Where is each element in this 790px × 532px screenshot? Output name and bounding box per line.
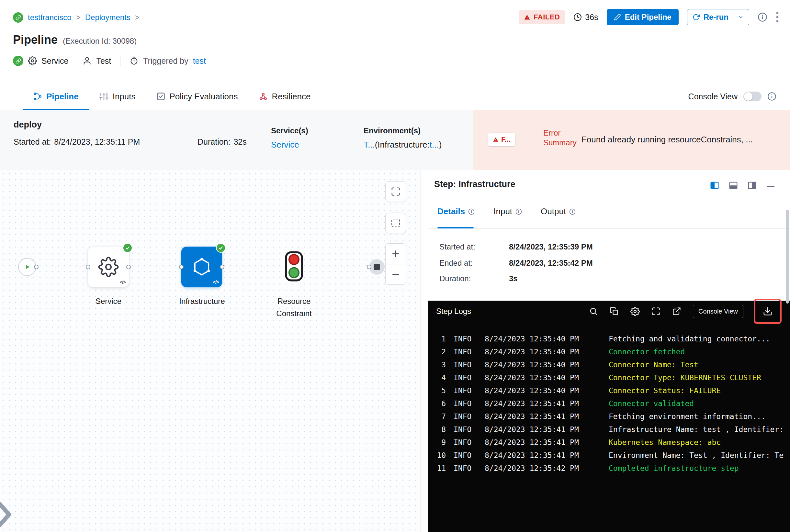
log-line: 4 INFO 8/24/2023 12:35:40 PM Connector T…	[433, 371, 790, 384]
tab-pipeline[interactable]: Pipeline	[23, 83, 89, 110]
info-icon	[468, 208, 475, 215]
log-line: 10 INFO 8/24/2023 12:35:41 PM Environmen…	[433, 449, 790, 462]
warning-icon	[524, 14, 530, 20]
log-console-view-button[interactable]: Console View	[693, 305, 743, 318]
environment-link[interactable]: T...	[364, 140, 375, 150]
zoom-out-button[interactable]	[386, 264, 406, 285]
log-message: Connector Type: KUBERNETES_CLUSTER	[609, 371, 790, 384]
error-summary-label: Error Summary	[543, 128, 582, 148]
graph-edge	[129, 267, 181, 267]
log-line: 8 INFO 8/24/2023 12:35:41 PM Infrastruct…	[433, 423, 790, 436]
error-badge: F...	[488, 133, 515, 146]
log-line: 11 INFO 8/24/2023 12:35:42 PM Completed …	[433, 462, 790, 475]
triggered-by-user-link[interactable]: test	[193, 56, 206, 66]
log-open-external-button[interactable]	[672, 307, 681, 316]
log-timestamp: 8/24/2023 12:35:41 PM	[485, 397, 598, 410]
infrastructure-link[interactable]: t...	[430, 140, 439, 150]
graph-edge	[305, 267, 369, 267]
log-line: 5 INFO 8/24/2023 12:35:40 PM Connector S…	[433, 384, 790, 397]
graph-end-node[interactable]	[369, 259, 385, 275]
log-fullscreen-button[interactable]	[651, 307, 661, 316]
rerun-dropdown-caret[interactable]	[734, 14, 744, 20]
services-link[interactable]: Service	[271, 140, 299, 150]
log-line-number: 1	[433, 332, 446, 345]
fullscreen-icon	[651, 307, 661, 316]
rerun-button[interactable]: Re-run	[687, 9, 749, 25]
minus-icon	[391, 269, 401, 279]
stage-name: deploy	[14, 120, 42, 130]
info-icon	[515, 208, 522, 215]
step-logs-title: Step Logs	[436, 307, 471, 316]
log-message: Infrastructure Name: test , Identifier:	[609, 423, 790, 436]
log-line-number: 2	[433, 345, 446, 358]
log-line-number: 11	[433, 462, 446, 475]
log-copy-button[interactable]	[610, 307, 619, 316]
success-check-badge	[216, 243, 226, 253]
tab-policy-evaluations[interactable]: Policy Evaluations	[146, 83, 248, 110]
stopwatch-icon	[129, 56, 139, 65]
sliders-icon	[99, 92, 108, 101]
scrollbar-thumb[interactable]	[786, 210, 789, 304]
tab-input[interactable]: Input	[493, 207, 522, 216]
log-level: INFO	[454, 436, 474, 449]
minimize-panel-button[interactable]	[766, 182, 776, 191]
log-level: INFO	[454, 345, 474, 358]
node-label-resource-constraint: Resource Constraint	[258, 295, 330, 320]
divider	[429, 228, 790, 228]
layout-split-left-button[interactable]	[710, 180, 719, 192]
layout-bottom-button[interactable]	[729, 180, 738, 192]
graph-node-infrastructure[interactable]: </>	[181, 247, 222, 287]
graph-fullscreen-button[interactable]	[385, 181, 406, 202]
divider	[120, 56, 121, 66]
log-level: INFO	[454, 384, 474, 397]
console-view-toggle[interactable]	[743, 92, 761, 101]
graph-node-service[interactable]: </>	[88, 247, 129, 287]
log-download-button[interactable]	[763, 306, 773, 316]
started-at: Started at:8/24/2023, 12:35:11 PM	[14, 137, 140, 147]
tab-output[interactable]: Output	[541, 207, 576, 216]
plus-icon	[391, 249, 401, 259]
page-header: testfrancisco > Deployments > FAILED 36s…	[0, 0, 790, 83]
refresh-icon	[693, 14, 700, 21]
tab-resilience[interactable]: Resilience	[248, 83, 321, 110]
log-timestamp: 8/24/2023 12:35:41 PM	[485, 436, 598, 449]
log-message: Completed infrastructure step	[609, 462, 790, 475]
edit-pipeline-button[interactable]: Edit Pipeline	[607, 9, 679, 25]
meta-user-label: Test	[96, 56, 111, 66]
step-details-panel: Step: Infrastructure Details Input Outpu…	[421, 170, 790, 532]
log-timestamp: 8/24/2023 12:35:40 PM	[485, 332, 598, 345]
tab-details[interactable]: Details	[437, 207, 475, 216]
log-message: Connector Status: FAILURE	[609, 384, 790, 397]
tab-inputs[interactable]: Inputs	[89, 83, 146, 110]
breadcrumb-deployments[interactable]: Deployments	[85, 13, 130, 22]
log-line-number: 9	[433, 436, 446, 449]
divider	[258, 120, 258, 160]
graph-marquee-select-button[interactable]	[385, 213, 406, 233]
log-level: INFO	[454, 371, 474, 384]
zoom-in-button[interactable]	[386, 244, 406, 264]
pencil-icon	[614, 14, 621, 21]
resilience-icon	[259, 92, 268, 101]
log-line-number: 6	[433, 397, 446, 410]
log-settings-button[interactable]	[630, 307, 640, 316]
log-level: INFO	[454, 358, 474, 371]
layout-right-button[interactable]	[747, 180, 757, 192]
infrastructure-hexagon-icon	[192, 257, 212, 277]
log-level: INFO	[454, 423, 474, 436]
environments-label: Environment(s)	[364, 126, 421, 135]
connector-port	[126, 265, 131, 269]
collapsed-panel-chevron[interactable]	[0, 501, 12, 530]
log-message: Connector Name: Test	[609, 358, 790, 371]
console-view-info-button[interactable]	[767, 92, 776, 101]
stage-duration: Duration:32s	[198, 137, 247, 147]
log-search-button[interactable]	[589, 307, 598, 316]
header-info-button[interactable]	[758, 12, 767, 22]
success-check-badge	[123, 243, 132, 253]
more-options-button[interactable]	[776, 12, 779, 23]
graph-start-node[interactable]	[18, 258, 36, 276]
connector-port	[367, 265, 371, 269]
warning-icon	[493, 136, 499, 142]
graph-node-resource-constraint[interactable]	[284, 251, 304, 284]
chevron-right-icon	[0, 501, 12, 528]
breadcrumb-project[interactable]: testfrancisco	[28, 13, 72, 22]
